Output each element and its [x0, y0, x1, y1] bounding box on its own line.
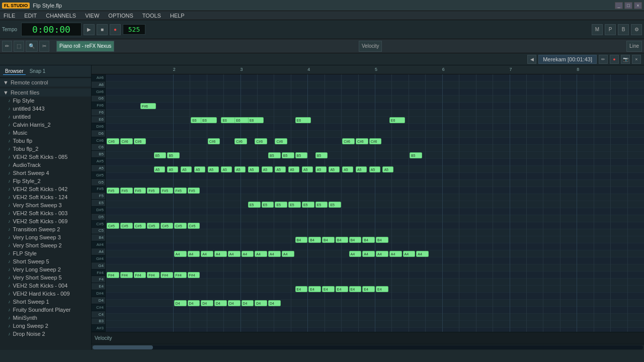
note[interactable]: D4 [268, 300, 281, 306]
menu-tools[interactable]: TOOLS [141, 13, 163, 19]
note[interactable]: A4 [282, 251, 294, 257]
piano-roll-tab[interactable]: Piano roll - reFX Nexus [56, 41, 114, 52]
note[interactable]: E4 [322, 286, 335, 292]
piano-key-C#5[interactable]: C#5 [92, 221, 105, 228]
note[interactable]: B5 [410, 152, 422, 158]
piano-key-D6[interactable]: D6 [92, 130, 105, 137]
piano-key-B5[interactable]: B5 [92, 151, 105, 158]
sidebar-item[interactable]: Flp Style_2 [0, 177, 91, 185]
sidebar-item[interactable]: Short Sweep 4 [0, 169, 91, 177]
note[interactable]: C#6 [234, 138, 247, 144]
note[interactable]: A5 [288, 166, 299, 172]
piano-key-A#3[interactable]: A#3 [92, 325, 105, 332]
velocity-dropdown[interactable]: Velocity [359, 41, 382, 52]
menu-help[interactable]: HELP [169, 13, 186, 19]
sidebar-item[interactable]: Very Long Sweep 3 [0, 233, 91, 241]
note[interactable]: A5 [382, 166, 393, 172]
note[interactable]: C#6 [369, 138, 382, 144]
note[interactable]: E6 [248, 117, 264, 123]
note[interactable]: B4 [349, 237, 362, 243]
sidebar-item[interactable]: Very Short Sweep 2 [0, 241, 91, 249]
note[interactable]: C#6 [342, 138, 355, 144]
sidebar-item[interactable]: Long Sweep 2 [0, 322, 91, 330]
note[interactable]: A5 [181, 166, 192, 172]
piano-roll-button[interactable]: P [605, 24, 616, 35]
note[interactable]: D4 [201, 300, 213, 306]
note[interactable]: D4 [214, 300, 227, 306]
tool-select[interactable]: ⬚ [14, 41, 24, 52]
note[interactable]: B5 [268, 152, 281, 158]
sidebar-tab-snap[interactable]: Snap 1 [28, 68, 48, 74]
settings-button[interactable]: ⚙ [631, 24, 642, 35]
note[interactable]: E5 [275, 202, 287, 208]
note[interactable]: E5 [248, 202, 261, 208]
note[interactable]: E4 [295, 286, 308, 292]
sidebar-item[interactable]: VEH2 Soft Kicks - 124 [0, 193, 91, 201]
note[interactable]: F#5 [188, 188, 200, 194]
note[interactable]: F#4 [107, 272, 119, 278]
note[interactable]: A5 [248, 166, 259, 172]
note[interactable]: C#5 [174, 223, 187, 229]
note[interactable]: E4 [376, 286, 388, 292]
note[interactable]: F#5 [147, 188, 159, 194]
scrollbar-thumb[interactable] [93, 345, 153, 349]
note[interactable]: F#5 [174, 188, 187, 194]
note[interactable]: F#5 [134, 188, 146, 194]
piano-key-C6[interactable]: C6 [92, 144, 105, 151]
note[interactable]: B5 [315, 152, 328, 158]
sidebar-item[interactable]: Tobu flp_2 [0, 145, 91, 153]
note[interactable]: B5 [154, 152, 167, 158]
record-button[interactable]: ● [110, 24, 121, 35]
note[interactable]: A4 [376, 251, 388, 257]
note[interactable]: A4 [255, 251, 267, 257]
note[interactable]: A5 [221, 166, 232, 172]
piano-key-A6[interactable]: A6 [92, 81, 105, 88]
sidebar-item[interactable]: untitled [0, 113, 91, 121]
stop-button[interactable]: ■ [97, 24, 108, 35]
piano-key-B4[interactable]: B4 [92, 234, 105, 241]
note[interactable]: A5 [154, 166, 165, 172]
note[interactable]: F#4 [188, 272, 200, 278]
note[interactable]: E4 [349, 286, 362, 292]
note[interactable]: C#5 [134, 223, 146, 229]
piano-key-C#6[interactable]: C#6 [92, 137, 105, 144]
note[interactable]: C#5 [107, 223, 119, 229]
sidebar-item[interactable]: VEH2 Soft Kicks - 042 [0, 185, 91, 193]
note[interactable]: B5 [282, 152, 294, 158]
piano-key-G#5[interactable]: G#5 [92, 172, 105, 179]
menu-edit[interactable]: EDIT [23, 13, 38, 19]
note[interactable]: E5 [329, 202, 341, 208]
sidebar-item[interactable]: Calvin Harris_2 [0, 121, 91, 129]
note[interactable]: B4 [295, 237, 308, 243]
note[interactable]: D4 [255, 300, 267, 306]
note[interactable]: E6 [295, 117, 311, 123]
note[interactable]: B4 [308, 237, 321, 243]
note[interactable]: A4 [201, 251, 213, 257]
sidebar-item[interactable]: Drop Noise 2 [0, 330, 91, 338]
note[interactable]: A4 [403, 251, 416, 257]
sidebar-item[interactable]: AudioTrack [0, 161, 91, 169]
browser-button[interactable]: B [618, 24, 629, 35]
note[interactable]: C#6 [275, 138, 287, 144]
note[interactable]: F#4 [134, 272, 146, 278]
tool-zoom[interactable]: 🔍 [26, 41, 38, 52]
note[interactable]: F#5 [107, 188, 119, 194]
line-dropdown[interactable]: Line [626, 41, 642, 52]
piano-key-D4[interactable]: D4 [92, 297, 105, 304]
piano-key-F6[interactable]: F6 [92, 109, 105, 116]
note[interactable]: A4 [268, 251, 281, 257]
note[interactable]: C#6 [107, 138, 119, 144]
piano-key-F#4[interactable]: F#4 [92, 269, 105, 277]
note[interactable]: C#6 [208, 138, 220, 144]
note[interactable]: A5 [369, 166, 380, 172]
piano-key-G#4[interactable]: G#4 [92, 255, 105, 262]
sidebar-item[interactable]: Tobu flp [0, 137, 91, 145]
sidebar-remote-control-header[interactable]: ▼ Remote control [0, 78, 91, 86]
sidebar-recent-files-header[interactable]: ▼ Recent files [0, 88, 91, 97]
note[interactable]: A5 [262, 166, 273, 172]
merekam-nav-left[interactable]: ◀ [527, 55, 536, 64]
piano-key-C#4[interactable]: C#4 [92, 304, 105, 311]
sidebar-item[interactable]: Short Sweep 5 [0, 257, 91, 265]
note[interactable]: B5 [295, 152, 308, 158]
note[interactable]: A5 [275, 166, 286, 172]
